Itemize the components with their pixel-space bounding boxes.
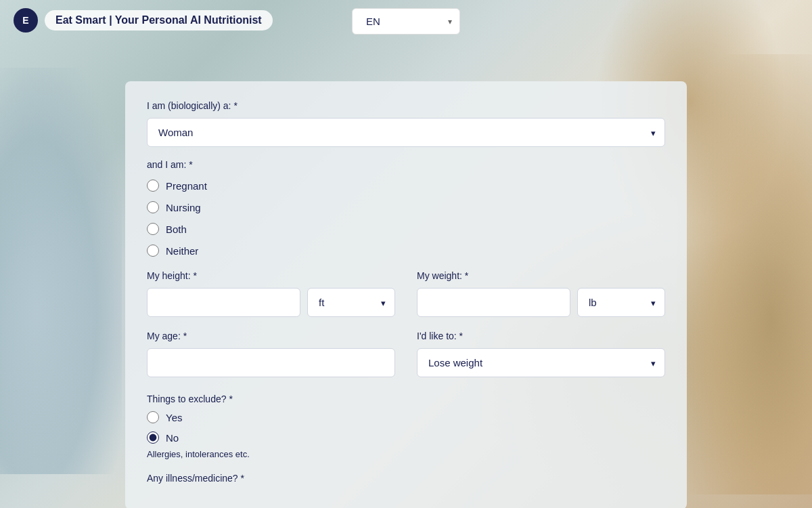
height-unit-select[interactable]: ft cm bbox=[307, 288, 395, 317]
status-option-neither[interactable]: Neither bbox=[147, 245, 665, 257]
status-label: and I am: * bbox=[147, 159, 665, 170]
exclusions-radio-group: Yes No bbox=[147, 411, 665, 444]
height-weight-row: My height: * ft cm ▾ My weight: * bbox=[147, 270, 665, 317]
illness-label: Any illness/medicine? * bbox=[147, 473, 665, 484]
status-label-both: Both bbox=[166, 224, 187, 235]
exclusions-radio-no[interactable] bbox=[147, 431, 159, 444]
exclusions-hint: Allergies, intolerances etc. bbox=[147, 449, 665, 459]
height-label: My height: * bbox=[147, 270, 395, 281]
height-field-group: My height: * ft cm ▾ bbox=[147, 270, 395, 317]
exclusions-option-no[interactable]: No bbox=[147, 431, 665, 444]
status-label-pregnant: Pregnant bbox=[166, 180, 207, 192]
status-radio-pregnant[interactable] bbox=[147, 179, 159, 192]
status-label-nursing: Nursing bbox=[166, 202, 201, 213]
age-field-group: My age: * bbox=[147, 331, 395, 377]
status-label-neither: Neither bbox=[166, 245, 198, 257]
height-unit-wrapper[interactable]: ft cm ▾ bbox=[307, 288, 395, 317]
age-label: My age: * bbox=[147, 331, 395, 341]
exclusions-section: Things to exclude? * Yes No Allergies, i… bbox=[147, 394, 665, 459]
biological-sex-select-wrapper[interactable]: Woman Man Other ▾ bbox=[147, 118, 665, 147]
age-input[interactable] bbox=[147, 348, 395, 377]
status-option-nursing[interactable]: Nursing bbox=[147, 201, 665, 213]
weight-unit-select[interactable]: lb kg bbox=[577, 288, 665, 317]
exclusions-label: Things to exclude? * bbox=[147, 394, 665, 404]
goal-label: I'd like to: * bbox=[417, 331, 665, 341]
logo-icon: E bbox=[14, 8, 38, 33]
status-option-pregnant[interactable]: Pregnant bbox=[147, 179, 665, 192]
goal-select[interactable]: Lose weight Gain weight Maintain weight … bbox=[417, 348, 665, 377]
height-inputs: ft cm ▾ bbox=[147, 288, 395, 317]
biological-sex-select[interactable]: Woman Man Other bbox=[147, 118, 665, 147]
status-radio-neither[interactable] bbox=[147, 245, 159, 257]
weight-field-group: My weight: * lb kg ▾ bbox=[417, 270, 665, 317]
exclusions-label-yes: Yes bbox=[166, 412, 182, 423]
status-radio-nursing[interactable] bbox=[147, 201, 159, 213]
illness-section: Any illness/medicine? * bbox=[147, 473, 665, 484]
exclusions-option-yes[interactable]: Yes bbox=[147, 411, 665, 423]
weight-label: My weight: * bbox=[417, 270, 665, 281]
weight-number-input[interactable] bbox=[417, 288, 570, 317]
weight-inputs: lb kg ▾ bbox=[417, 288, 665, 317]
goal-select-wrapper[interactable]: Lose weight Gain weight Maintain weight … bbox=[417, 348, 665, 377]
form-panel: I am (biologically) a: * Woman Man Other… bbox=[125, 81, 687, 508]
logo-area: E Eat Smart | Your Personal AI Nutrition… bbox=[14, 8, 273, 33]
app-title: Eat Smart | Your Personal AI Nutritionis… bbox=[45, 10, 273, 30]
status-radio-group: Pregnant Nursing Both Neither bbox=[147, 179, 665, 257]
food-decoration-left bbox=[0, 68, 122, 474]
status-radio-both[interactable] bbox=[147, 223, 159, 235]
language-select[interactable]: EN DE FR ES bbox=[352, 8, 460, 35]
food-decoration-right bbox=[677, 54, 812, 494]
height-number-input[interactable] bbox=[147, 288, 300, 317]
biological-sex-label: I am (biologically) a: * bbox=[147, 100, 665, 111]
language-selector-wrapper[interactable]: EN DE FR ES ▾ bbox=[352, 8, 460, 35]
weight-unit-wrapper[interactable]: lb kg ▾ bbox=[577, 288, 665, 317]
status-option-both[interactable]: Both bbox=[147, 223, 665, 235]
header: E Eat Smart | Your Personal AI Nutrition… bbox=[0, 0, 812, 41]
age-goal-row: My age: * I'd like to: * Lose weight Gai… bbox=[147, 331, 665, 377]
goal-field-group: I'd like to: * Lose weight Gain weight M… bbox=[417, 331, 665, 377]
exclusions-label-no: No bbox=[166, 432, 179, 444]
exclusions-radio-yes[interactable] bbox=[147, 411, 159, 423]
